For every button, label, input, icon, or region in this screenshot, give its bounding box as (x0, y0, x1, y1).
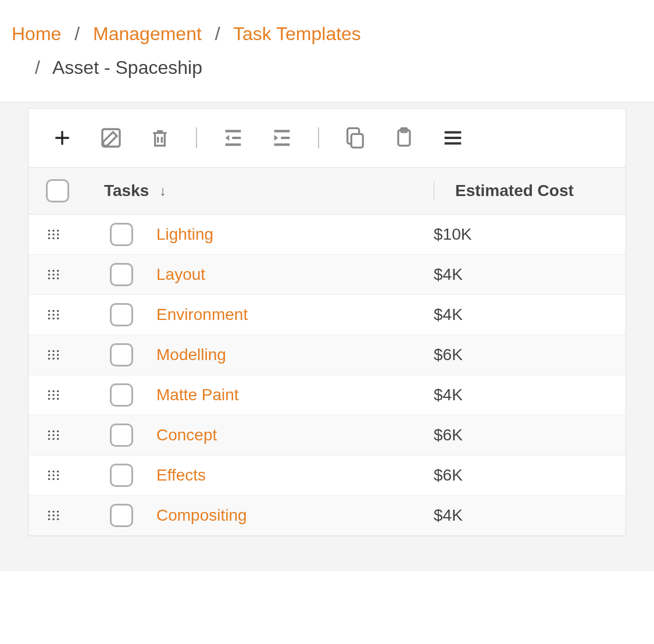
task-name[interactable]: Environment (151, 305, 434, 324)
svg-point-48 (57, 398, 59, 400)
indent-button[interactable] (269, 125, 295, 151)
svg-point-7 (52, 230, 54, 232)
task-name[interactable]: Effects (151, 466, 434, 485)
edit-button[interactable] (98, 125, 124, 151)
copy-button[interactable] (342, 125, 368, 151)
outdent-button[interactable] (220, 125, 246, 151)
task-name[interactable]: Compositing (151, 506, 434, 525)
svg-point-68 (48, 514, 50, 516)
copy-icon (344, 126, 367, 150)
outdent-icon (221, 126, 245, 150)
task-name[interactable]: Concept (151, 426, 434, 444)
svg-point-31 (48, 350, 50, 352)
svg-point-45 (52, 398, 54, 400)
drag-handle[interactable] (46, 227, 110, 242)
row-checkbox[interactable] (110, 303, 133, 326)
task-name[interactable]: Modelling (151, 346, 434, 364)
svg-point-49 (48, 430, 50, 432)
drag-handle[interactable] (46, 508, 110, 523)
paste-button[interactable] (391, 125, 417, 151)
row-checkbox[interactable] (110, 424, 133, 447)
svg-point-8 (52, 233, 54, 235)
column-tasks[interactable]: Tasks ↓ (104, 182, 434, 200)
svg-point-64 (57, 471, 59, 472)
svg-point-10 (57, 230, 59, 232)
svg-point-66 (57, 478, 59, 480)
svg-point-73 (57, 511, 59, 513)
task-cost: $6K (434, 346, 608, 364)
table-row: Modelling $6K (28, 335, 626, 375)
drag-handle-icon (46, 468, 61, 483)
task-cost: $4K (434, 305, 608, 324)
breadcrumb-task-templates[interactable]: Task Templates (233, 23, 361, 44)
svg-point-11 (57, 233, 59, 235)
row-checkbox[interactable] (110, 383, 133, 407)
drag-handle[interactable] (46, 347, 110, 362)
svg-point-38 (57, 354, 59, 355)
svg-point-54 (52, 438, 54, 440)
task-name[interactable]: Lighting (151, 225, 434, 244)
content-area: Tasks ↓ Estimated Cost Lighting $10K Lay… (0, 102, 654, 571)
svg-point-55 (57, 430, 59, 432)
svg-point-67 (48, 511, 50, 513)
task-cost: $6K (434, 426, 608, 444)
svg-point-19 (57, 270, 59, 272)
breadcrumb-separator: / (35, 57, 40, 78)
table-row: Concept $6K (28, 415, 626, 456)
drag-handle-icon (46, 428, 61, 443)
breadcrumb-separator: / (74, 23, 80, 44)
drag-handle-icon (46, 347, 61, 362)
svg-point-17 (52, 273, 54, 275)
svg-point-33 (48, 358, 50, 360)
task-panel: Tasks ↓ Estimated Cost Lighting $10K Lay… (28, 108, 626, 536)
toolbar-divider (318, 127, 319, 148)
svg-point-57 (57, 438, 59, 440)
drag-handle[interactable] (46, 468, 110, 483)
svg-point-74 (57, 514, 59, 516)
task-cost: $4K (434, 386, 608, 404)
row-checkbox[interactable] (110, 223, 133, 246)
add-button[interactable] (49, 125, 75, 151)
delete-button[interactable] (147, 125, 173, 151)
drag-handle-icon (46, 307, 61, 322)
drag-handle[interactable] (46, 307, 110, 322)
select-all-checkbox[interactable] (46, 179, 69, 202)
column-cost-label: Estimated Cost (455, 182, 574, 200)
task-name[interactable]: Layout (151, 265, 434, 284)
breadcrumb-management[interactable]: Management (93, 23, 202, 44)
svg-point-24 (48, 318, 50, 319)
task-cost: $4K (434, 265, 608, 284)
row-checkbox[interactable] (110, 464, 133, 487)
menu-button[interactable] (440, 125, 466, 151)
svg-point-41 (48, 394, 50, 396)
pencil-icon (99, 126, 123, 150)
svg-point-58 (48, 471, 50, 472)
breadcrumb-home[interactable]: Home (12, 23, 61, 44)
svg-point-39 (57, 358, 59, 360)
drag-handle-icon (46, 508, 61, 523)
drag-handle[interactable] (46, 267, 110, 282)
table-row: Compositing $4K (28, 496, 626, 536)
row-checkbox[interactable] (110, 504, 133, 527)
svg-point-22 (48, 310, 50, 312)
svg-point-52 (52, 430, 54, 432)
drag-handle[interactable] (46, 387, 110, 403)
column-cost[interactable]: Estimated Cost (434, 182, 608, 200)
row-checkbox[interactable] (110, 343, 133, 367)
row-checkbox[interactable] (110, 263, 133, 286)
svg-point-14 (48, 273, 50, 275)
svg-point-12 (57, 237, 59, 239)
menu-icon (442, 127, 464, 149)
svg-point-51 (48, 438, 50, 440)
svg-point-56 (57, 434, 59, 436)
breadcrumb-current: Asset - Spaceship (52, 57, 202, 78)
sort-arrow-icon: ↓ (159, 183, 166, 199)
drag-handle[interactable] (46, 428, 110, 443)
toolbar-divider (196, 127, 197, 148)
svg-point-72 (52, 518, 54, 520)
svg-rect-1 (351, 134, 363, 148)
indent-icon (270, 126, 294, 150)
svg-point-65 (57, 474, 59, 476)
svg-point-13 (48, 270, 50, 272)
task-name[interactable]: Matte Paint (151, 386, 434, 404)
